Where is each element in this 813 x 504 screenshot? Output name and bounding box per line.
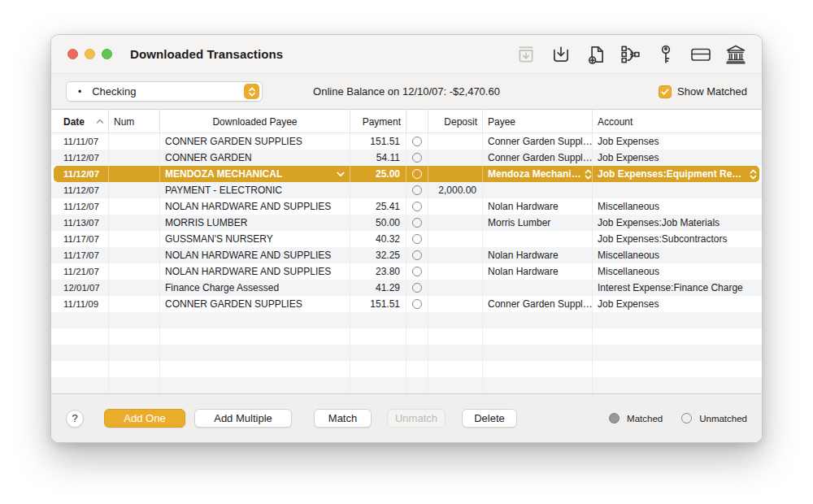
num-cell — [109, 133, 160, 150]
column-header-account[interactable]: Account — [593, 110, 762, 133]
status-cell — [406, 361, 428, 377]
unmatched-status-icon[interactable] — [412, 202, 422, 211]
payee-cell — [483, 345, 593, 361]
payee-cell — [483, 328, 593, 345]
status-cell — [406, 345, 428, 361]
column-header-payment[interactable]: Payment — [350, 110, 406, 133]
num-cell — [109, 263, 160, 280]
date-cell: 12/01/07 — [51, 280, 109, 296]
payment-cell: 50.00 — [350, 215, 406, 231]
matched-label: Matched — [627, 414, 663, 424]
add-document-icon[interactable] — [585, 43, 607, 66]
minimize-button[interactable] — [85, 49, 95, 59]
show-matched-checkbox[interactable] — [659, 85, 672, 98]
unmatched-status-icon[interactable] — [412, 234, 422, 244]
zoom-button[interactable] — [102, 49, 112, 59]
account-cell — [593, 328, 762, 345]
unmatch-button[interactable]: Unmatch — [387, 409, 446, 428]
status-cell — [406, 296, 428, 312]
help-button[interactable]: ? — [66, 410, 84, 428]
downloaded-payee-cell: MORRIS LUMBER — [160, 215, 350, 231]
status-legend: Matched Unmatched — [609, 413, 747, 424]
unmatched-status-icon[interactable] — [412, 153, 422, 163]
payment-cell: 151.51 — [350, 296, 406, 312]
payee-cell — [483, 231, 593, 247]
payee-cell: Mendoza Mechani… — [483, 166, 593, 182]
table-row[interactable]: 11/13/07 MORRIS LUMBER 50.00 Morris Lumb… — [51, 215, 762, 231]
match-button[interactable]: Match — [314, 409, 372, 428]
date-cell: 11/21/07 — [51, 263, 109, 280]
unmatched-status-icon[interactable] — [412, 137, 422, 146]
payee-cell — [483, 312, 593, 328]
table-row[interactable] — [51, 361, 762, 377]
title-bar: Downloaded Transactions — [51, 35, 762, 74]
column-header-status[interactable] — [406, 110, 428, 133]
key-icon[interactable] — [654, 43, 677, 66]
column-header-payee[interactable]: Payee — [483, 110, 593, 133]
downloaded-transactions-window: Downloaded Transactions — [50, 34, 763, 443]
delete-button[interactable]: Delete — [462, 409, 517, 428]
account-cell — [593, 377, 762, 393]
downloaded-payee-cell: CONNER GARDEN — [160, 150, 350, 166]
table-row[interactable]: 11/11/09 CONNER GARDEN SUPPLIES 151.51 C… — [51, 296, 762, 312]
account-selector[interactable]: • Checking — [66, 81, 263, 102]
column-header-deposit[interactable]: Deposit — [428, 110, 483, 133]
table-row[interactable] — [51, 328, 762, 345]
add-one-button[interactable]: Add One — [104, 409, 185, 428]
table-row[interactable]: 11/12/07 PAYMENT - ELECTRONIC 2,000.00 — [51, 182, 762, 198]
credit-card-icon[interactable] — [689, 43, 712, 66]
column-header-num[interactable]: Num — [109, 110, 160, 133]
table-row[interactable]: 11/12/07 MENDOZA MECHANICAL 25.00 Mendoz… — [51, 166, 762, 182]
table-row[interactable] — [51, 377, 762, 393]
status-cell — [406, 377, 428, 393]
show-matched-label: Show Matched — [677, 85, 747, 98]
downloaded-payee-cell: NOLAN HARDWARE AND SUPPLIES — [160, 198, 350, 215]
table-row[interactable]: 11/17/07 NOLAN HARDWARE AND SUPPLIES 32.… — [51, 247, 762, 263]
unmatched-status-icon[interactable] — [412, 185, 422, 195]
table-row[interactable]: 12/01/07 Finance Charge Assessed 41.29 — [51, 280, 762, 296]
account-cell: Miscellaneous — [593, 247, 762, 263]
num-cell — [109, 328, 160, 345]
sort-ascending-icon — [96, 119, 104, 124]
unmatched-status-icon[interactable] — [412, 250, 422, 260]
show-matched-control[interactable]: Show Matched — [659, 85, 747, 98]
payee-cell: Nolan Hardware — [483, 247, 593, 263]
unmatched-status-icon[interactable] — [412, 283, 422, 293]
download-icon[interactable] — [550, 43, 572, 66]
column-header-date[interactable]: Date — [51, 110, 109, 133]
payment-cell: 40.32 — [350, 231, 406, 247]
payment-cell: 23.80 — [350, 263, 406, 280]
stepper-chevrons-icon[interactable] — [581, 169, 592, 180]
table-row[interactable]: 11/12/07 NOLAN HARDWARE AND SUPPLIES 25.… — [51, 198, 762, 215]
matching-rules-icon[interactable] — [620, 43, 642, 66]
downloaded-payee-cell — [160, 312, 350, 328]
unmatched-status-icon[interactable] — [412, 218, 422, 228]
table-row[interactable]: 11/12/07 CONNER GARDEN 54.11 Conner Gard… — [51, 150, 762, 166]
payee-cell — [483, 361, 593, 377]
chevron-down-icon[interactable] — [333, 172, 345, 177]
unmatched-status-icon[interactable] — [412, 267, 422, 276]
deposit-cell — [428, 150, 483, 166]
unmatched-status-icon[interactable] — [412, 299, 422, 309]
column-header-downloaded-payee[interactable]: Downloaded Payee — [160, 110, 350, 133]
downloaded-payee-cell: CONNER GARDEN SUPPLIES — [160, 296, 350, 312]
date-cell: 11/12/07 — [51, 198, 109, 215]
num-cell — [109, 361, 160, 377]
traffic-lights — [67, 49, 112, 59]
num-cell — [109, 345, 160, 361]
close-button[interactable] — [67, 49, 78, 59]
table-row[interactable]: 11/17/07 GUSSMAN'S NURSERY 40.32 — [51, 231, 762, 247]
stepper-chevrons-icon[interactable] — [746, 169, 757, 180]
deposit-cell — [428, 328, 483, 345]
table-row[interactable]: 11/21/07 NOLAN HARDWARE AND SUPPLIES 23.… — [51, 263, 762, 280]
status-cell — [406, 182, 428, 198]
account-cell: Job Expenses — [593, 296, 762, 312]
unmatched-status-icon[interactable] — [412, 169, 422, 179]
add-multiple-button[interactable]: Add Multiple — [194, 409, 292, 428]
table-row[interactable] — [51, 312, 762, 328]
table-row[interactable]: 11/11/07 CONNER GARDEN SUPPLIES 151.51 C… — [51, 133, 762, 150]
payment-cell — [350, 312, 406, 328]
bank-icon[interactable] — [724, 43, 747, 66]
table-row[interactable] — [51, 345, 762, 361]
payee-cell: Morris Lumber — [483, 215, 593, 231]
